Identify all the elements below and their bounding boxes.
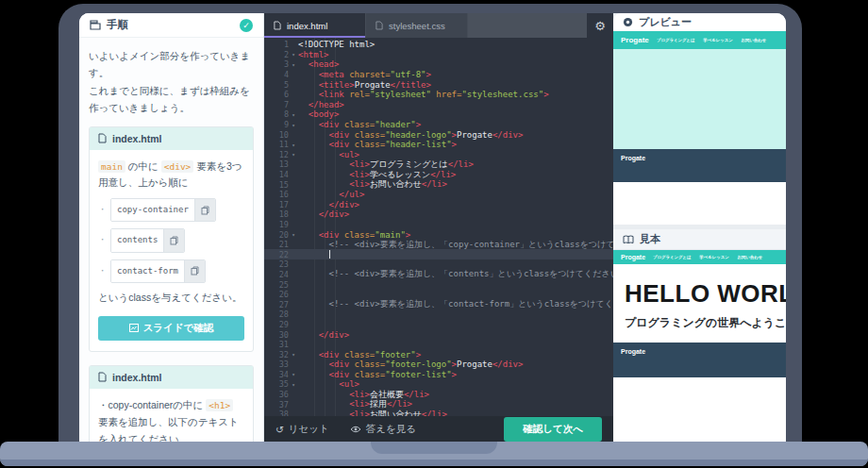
instruction-card-filename: index.html bbox=[112, 133, 162, 144]
code-editing-area[interactable]: 1<!DOCTYPE html>2▾<html>3▾ <head>4 <meta… bbox=[264, 38, 613, 416]
code-line: 19 bbox=[264, 220, 613, 230]
bullet: ・ bbox=[98, 264, 107, 278]
line-number: 36 bbox=[264, 390, 289, 399]
class-name-item: ・copy-container bbox=[98, 198, 244, 222]
line-number: 22 bbox=[264, 250, 289, 259]
code-line: 11▾ <div class="header-list"> bbox=[264, 140, 613, 150]
code-line: 4 <meta charset="utf-8"> bbox=[264, 70, 613, 80]
copy-button[interactable] bbox=[163, 229, 184, 251]
line-number: 18 bbox=[264, 209, 289, 219]
code-line: 25 bbox=[264, 279, 613, 290]
text-cursor bbox=[329, 250, 330, 259]
copy-button[interactable] bbox=[194, 199, 215, 221]
line-number: 32 bbox=[264, 350, 289, 359]
mini-nav-item: プログラミングとは bbox=[653, 254, 692, 259]
steps-intro-line: これまでと同様に、まずは枠組みを作っていきましょう。 bbox=[89, 82, 254, 117]
code-line: 10 <div class="header-logo">Progate</div… bbox=[264, 129, 613, 140]
tab-index.html[interactable]: index.html bbox=[264, 13, 366, 38]
code-line: 22 bbox=[264, 249, 613, 259]
preview-page-below bbox=[613, 182, 786, 225]
reset-button[interactable]: ↺ リセット bbox=[275, 423, 329, 436]
line-number: 29 bbox=[264, 320, 289, 329]
fold-arrow-icon: ▾ bbox=[289, 61, 298, 68]
editor-tab-bar: index.htmlstylesheet.css ⚙ bbox=[264, 13, 613, 38]
mini-nav-item: お問い合わせ bbox=[741, 37, 766, 42]
code-line: 24 <!-- <div>要素を追加し、「contents」というclassをつ… bbox=[264, 270, 613, 280]
code-line: 28 bbox=[264, 309, 613, 320]
editor-footer-bar: ↺ リセット 答えを見る 確認して次へ bbox=[264, 416, 613, 442]
slide-icon bbox=[129, 324, 139, 332]
code-line: 15 <li>お問い合わせ</li> bbox=[264, 179, 613, 190]
instruction-card: index.html・copy-containerの中に <h1> 要素を追加し… bbox=[89, 365, 254, 442]
value-field-group: contact-form bbox=[110, 259, 206, 283]
confirm-next-button[interactable]: 確認して次へ bbox=[504, 417, 602, 442]
tab-stylesheet.css[interactable]: stylesheet.css bbox=[366, 13, 468, 38]
code-line: 27 <!-- <div>要素を追加し、「contact-form」というcla… bbox=[264, 299, 613, 309]
sample-heading: HELLO WORLD. bbox=[625, 279, 775, 309]
fold-arrow-icon: ▾ bbox=[289, 142, 298, 148]
steps-icon bbox=[90, 20, 101, 30]
line-number: 8 bbox=[264, 109, 289, 119]
fold-arrow-icon: ▾ bbox=[289, 51, 298, 58]
fold-arrow-icon: ▾ bbox=[289, 351, 298, 358]
line-number: 34 bbox=[264, 370, 289, 379]
code-line: 8▾ <body> bbox=[264, 109, 613, 120]
line-number: 19 bbox=[264, 220, 289, 229]
line-number: 5 bbox=[264, 80, 289, 90]
fold-arrow-icon: ▾ bbox=[289, 231, 298, 238]
laptop-base-edge bbox=[0, 460, 868, 466]
line-number: 4 bbox=[264, 70, 289, 79]
code-line: 38 <li>お問い合わせ</li> bbox=[264, 410, 613, 416]
file-icon bbox=[274, 21, 281, 30]
code-line: 9▾ <div class="header"> bbox=[264, 120, 613, 130]
preview-page-footer: Progate bbox=[613, 149, 786, 182]
sample-subheading: プログラミングの世界へようこそ bbox=[625, 315, 775, 331]
laptop-base bbox=[0, 442, 868, 466]
fold-arrow-icon: ▾ bbox=[289, 381, 298, 388]
value-field[interactable]: copy-container bbox=[111, 199, 194, 221]
inline-code-chip: <h1> bbox=[206, 399, 233, 411]
preview-page-main bbox=[613, 49, 786, 149]
step-complete-check-icon: ✓ bbox=[240, 19, 253, 32]
steps-panel: 手順 ✓ いよいよメイン部分を作っていきます。 これまでと同様に、まずは枠組みを… bbox=[79, 13, 264, 442]
preview-panel-header: プレビュー bbox=[613, 13, 786, 31]
code-line: 17 </div> bbox=[264, 200, 613, 210]
preview-icon bbox=[623, 17, 633, 27]
line-number: 25 bbox=[264, 280, 289, 290]
value-field[interactable]: contact-form bbox=[111, 260, 184, 282]
show-answer-button[interactable]: 答えを見る bbox=[350, 423, 416, 436]
file-icon bbox=[376, 21, 383, 30]
instruction-text: の中に bbox=[125, 160, 161, 172]
code-line: 29 bbox=[264, 320, 613, 330]
code-line: 1<!DOCTYPE html> bbox=[264, 40, 613, 50]
line-number: 15 bbox=[264, 180, 289, 190]
instruction-card-header: index.html bbox=[90, 366, 253, 389]
inline-code-chip: main bbox=[98, 160, 125, 173]
preview-panel-title: プレビュー bbox=[639, 15, 692, 29]
line-number: 7 bbox=[264, 100, 289, 109]
laptop-screen-bezel: 手順 ✓ いよいよメイン部分を作っていきます。 これまでと同様に、まずは枠組みを… bbox=[58, 4, 802, 455]
code-line: 2▾<html> bbox=[264, 50, 613, 60]
mini-nav-item: 学べるレッスン bbox=[703, 37, 732, 42]
code-line: 21 <!-- <div>要素を追加し、「copy-container」というc… bbox=[264, 240, 613, 250]
line-number: 28 bbox=[264, 309, 289, 319]
line-number: 23 bbox=[264, 259, 289, 269]
line-number: 20 bbox=[264, 230, 289, 240]
steps-panel-title: 手順 bbox=[107, 18, 234, 32]
code-line: 34▾ <div class="footer-list"> bbox=[264, 370, 613, 380]
class-name-item: ・contact-form bbox=[98, 259, 244, 283]
preview-column: プレビュー Progate プログラミングとは学べるレッスンお問い合わせ Pro… bbox=[613, 13, 786, 442]
code-line: 3▾ <head> bbox=[264, 59, 613, 70]
value-field[interactable]: contents bbox=[111, 229, 163, 251]
line-number: 12 bbox=[264, 150, 289, 159]
editor-settings-gear-icon[interactable]: ⚙ bbox=[587, 13, 613, 38]
copy-button[interactable] bbox=[184, 260, 205, 282]
sample-page-logo: Progate bbox=[621, 254, 645, 260]
check-slide-button[interactable]: スライドで確認 bbox=[98, 316, 244, 341]
mini-nav-item: 学べるレッスン bbox=[699, 254, 728, 259]
reset-icon: ↺ bbox=[275, 424, 284, 435]
line-number: 17 bbox=[264, 200, 289, 209]
instruction-card-header: index.html bbox=[90, 127, 253, 150]
preview-page-header: Progate プログラミングとは学べるレッスンお問い合わせ bbox=[613, 31, 786, 49]
code-line: 16 </ul> bbox=[264, 190, 613, 200]
